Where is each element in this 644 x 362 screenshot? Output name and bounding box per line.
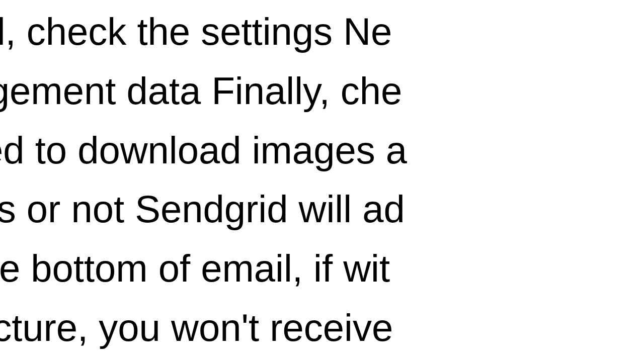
text-line-3: lowed to download images a <box>0 121 407 180</box>
text-line-6: is picture, you won't receive <box>0 298 407 357</box>
text-line-4: k ads or not Sendgrid will ad <box>0 179 407 239</box>
text-line-5: at the bottom of email, if wit <box>0 239 407 298</box>
cropped-text-block: of all, check the settings Ne ngagement … <box>0 2 407 357</box>
text-line-2: ngagement data Finally, che <box>0 61 407 121</box>
text-line-1: of all, check the settings Ne <box>0 2 407 61</box>
